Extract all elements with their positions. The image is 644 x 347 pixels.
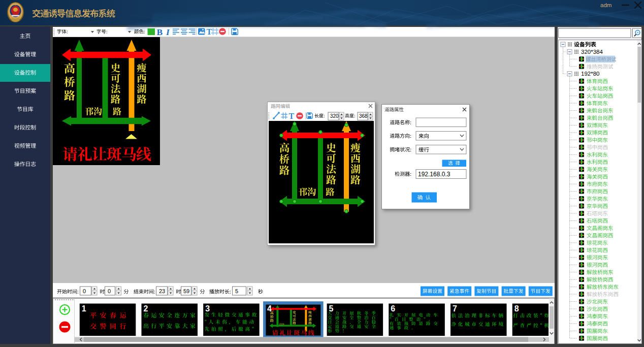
svg-text:T: T	[289, 112, 295, 120]
svg-text:192.168.0.3: 192.168.0.3	[418, 171, 450, 178]
svg-text:3: 3	[205, 304, 210, 313]
svg-text:1: 1	[82, 304, 86, 313]
svg-text:7: 7	[453, 304, 457, 313]
svg-text:5: 5	[235, 288, 238, 294]
svg-text:0: 0	[108, 288, 111, 294]
svg-text:B: B	[157, 27, 163, 37]
svg-text:0: 0	[83, 288, 86, 294]
svg-text:8: 8	[514, 304, 519, 313]
svg-text:6: 6	[391, 304, 395, 313]
svg-text:368: 368	[359, 113, 368, 119]
svg-text:1024: 1024	[279, 323, 284, 326]
svg-text:23: 23	[159, 288, 165, 294]
svg-text:I: I	[166, 27, 170, 37]
svg-text:320*384: 320*384	[581, 49, 603, 55]
svg-text:adm: adm	[600, 2, 611, 8]
svg-text:59: 59	[183, 288, 189, 294]
svg-text:192*80: 192*80	[581, 71, 599, 77]
svg-text:T: T	[207, 27, 212, 36]
svg-text:2: 2	[144, 304, 148, 313]
svg-text:320: 320	[330, 113, 339, 119]
